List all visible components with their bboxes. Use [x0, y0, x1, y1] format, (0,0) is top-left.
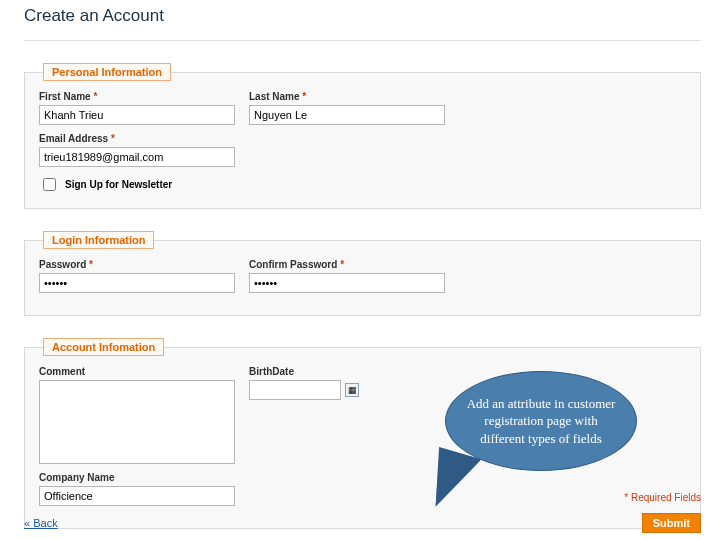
password-label: Password *: [39, 259, 235, 270]
legend-personal: Personal Information: [43, 63, 171, 81]
page-title: Create an Account: [24, 6, 701, 34]
last-name-input[interactable]: [249, 105, 445, 125]
legend-login: Login Information: [43, 231, 154, 249]
birthdate-label: BirthDate: [249, 366, 445, 377]
comment-textarea[interactable]: [39, 380, 235, 464]
confirm-password-label: Confirm Password *: [249, 259, 445, 270]
required-fields-note: * Required Fields: [24, 492, 701, 503]
email-label: Email Address *: [39, 133, 235, 144]
fieldset-personal: Personal Information First Name * Last N…: [24, 63, 701, 209]
birthdate-input[interactable]: [249, 380, 341, 400]
calendar-icon[interactable]: ▦: [345, 383, 359, 397]
company-label: Company Name: [39, 472, 235, 483]
first-name-label: First Name *: [39, 91, 235, 102]
newsletter-checkbox[interactable]: [43, 178, 56, 191]
comment-label: Comment: [39, 366, 235, 377]
legend-account: Account Infomation: [43, 338, 164, 356]
email-input[interactable]: [39, 147, 235, 167]
newsletter-label: Sign Up for Newsletter: [65, 179, 172, 190]
password-input[interactable]: [39, 273, 235, 293]
last-name-label: Last Name *: [249, 91, 445, 102]
submit-button[interactable]: Submit: [642, 513, 701, 533]
annotation-text: Add an attribute in customer registratio…: [464, 395, 618, 448]
fieldset-login: Login Information Password * Confirm Pas…: [24, 231, 701, 316]
first-name-input[interactable]: [39, 105, 235, 125]
confirm-password-input[interactable]: [249, 273, 445, 293]
back-link[interactable]: « Back: [24, 517, 58, 529]
annotation-callout: Add an attribute in customer registratio…: [445, 371, 637, 471]
divider: [24, 40, 701, 41]
